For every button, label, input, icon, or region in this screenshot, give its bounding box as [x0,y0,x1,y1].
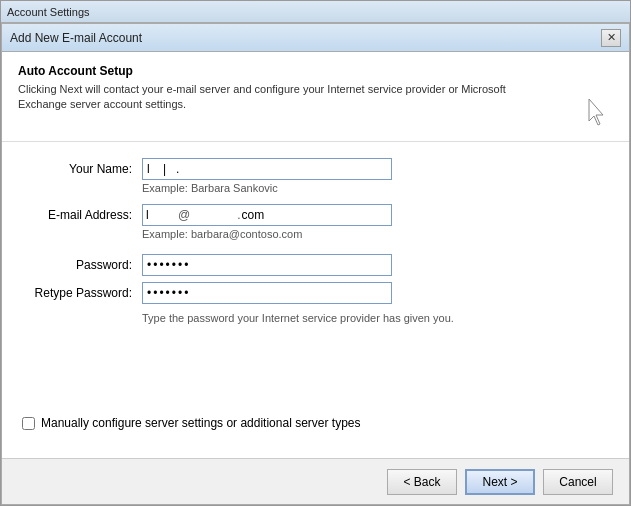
email-tld-input[interactable] [241,206,280,224]
spacer [22,324,609,396]
dialog-title: Add New E-mail Account [10,31,601,45]
retype-password-input[interactable] [142,282,392,304]
inner-dialog: Add New E-mail Account ✕ Auto Account Se… [1,23,630,505]
retype-label: Retype Password: [22,282,142,300]
email-row: E-mail Address: @ . Example: barbara@con… [22,204,609,240]
email-example: Example: barbara@contoso.com [142,228,392,240]
auto-setup-heading: Auto Account Setup [18,64,613,78]
manual-config-checkbox[interactable] [22,417,35,430]
email-at-sign: @ [177,208,191,222]
next-button[interactable]: Next > [465,469,535,495]
back-button[interactable]: < Back [387,469,457,495]
your-name-input[interactable] [142,158,392,180]
your-name-row: Your Name: Example: Barbara Sankovic [22,158,609,194]
password-input[interactable] [142,254,392,276]
dialog-titlebar: Add New E-mail Account ✕ [2,24,629,52]
password-label: Password: [22,254,142,272]
manual-config-label[interactable]: Manually configure server settings or ad… [41,416,361,430]
dialog-close-button[interactable]: ✕ [601,29,621,47]
email-input-container[interactable]: @ . [142,204,392,226]
password-row: Password: [22,254,609,276]
email-label: E-mail Address: [22,204,142,222]
password-hint: Type the password your Internet service … [142,312,609,324]
auto-setup-description: Clicking Next will contact your e-mail s… [18,82,518,113]
cancel-button[interactable]: Cancel [543,469,613,495]
your-name-group: Example: Barbara Sankovic [142,158,392,194]
outer-window: Account Settings Add New E-mail Account … [0,0,631,506]
email-group: @ . Example: barbara@contoso.com [142,204,392,240]
outer-window-title: Account Settings [7,6,624,18]
dialog-form: Your Name: Example: Barbara Sankovic E-m… [2,142,629,458]
manual-config-row: Manually configure server settings or ad… [22,396,609,430]
retype-password-row: Retype Password: [22,282,609,304]
cursor-icon [583,97,611,132]
auto-setup-section: Auto Account Setup Clicking Next will co… [2,52,629,142]
your-name-example: Example: Barbara Sankovic [142,182,392,194]
email-domain-input[interactable] [191,206,237,224]
email-user-input[interactable] [145,206,177,224]
outer-titlebar: Account Settings [1,1,630,23]
your-name-label: Your Name: [22,158,142,176]
dialog-footer: < Back Next > Cancel [2,458,629,504]
